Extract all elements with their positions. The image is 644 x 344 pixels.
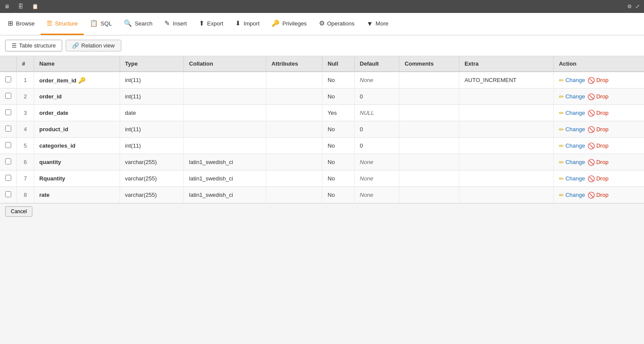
col-header-type: Type — [120, 56, 184, 72]
drop-button-2[interactable]: 🚫 Drop — [587, 110, 608, 117]
row-null: Yes — [322, 105, 355, 121]
more-icon: ▼ — [366, 20, 373, 27]
change-button-5[interactable]: ✏ Change — [559, 159, 585, 166]
table-structure-icon: ☰ — [12, 42, 17, 49]
row-checkbox-4[interactable] — [5, 142, 11, 148]
row-field-name: order_id — [34, 88, 120, 105]
drop-circle-icon: 🚫 — [587, 110, 595, 117]
nav-privileges-label: Privileges — [282, 20, 306, 27]
col-header-num: # — [17, 56, 34, 72]
drop-circle-icon: 🚫 — [587, 159, 595, 166]
row-collation: latin1_swedish_ci — [184, 170, 266, 187]
structure-icon: ☰ — [47, 19, 52, 27]
row-action: ✏ Change🚫 Drop — [553, 121, 644, 138]
row-default: 0 — [354, 88, 399, 105]
row-checkbox-0[interactable] — [5, 76, 11, 82]
nav-operations[interactable]: ⚙ Operations — [313, 13, 361, 35]
row-comments — [399, 154, 459, 170]
row-default: None — [354, 170, 399, 187]
row-attributes — [266, 154, 322, 170]
drop-button-7[interactable]: 🚫 Drop — [587, 192, 608, 199]
row-field-name: order_date — [34, 105, 120, 121]
row-type: varchar(255) — [120, 154, 184, 170]
row-extra — [459, 105, 554, 121]
pencil-icon: ✏ — [559, 159, 564, 166]
drop-button-5[interactable]: 🚫 Drop — [587, 159, 608, 166]
row-collation: latin1_swedish_ci — [184, 187, 266, 203]
row-collation — [184, 72, 266, 88]
nav-import[interactable]: ⬇ Import — [229, 13, 265, 35]
row-action: ✏ Change🚫 Drop — [553, 88, 644, 105]
change-button-4[interactable]: ✏ Change — [559, 142, 585, 149]
cancel-button[interactable]: Cancel — [5, 206, 32, 217]
row-null: No — [322, 138, 355, 154]
row-checkbox-7[interactable] — [5, 191, 11, 197]
nav-sql-label: SQL — [101, 20, 112, 27]
row-null: No — [322, 88, 355, 105]
expand-icon[interactable]: ⤢ — [635, 3, 640, 9]
change-button-1[interactable]: ✏ Change — [559, 93, 585, 100]
col-header-comments: Comments — [399, 56, 459, 72]
nav-structure[interactable]: ☰ Structure — [41, 13, 84, 35]
operations-icon: ⚙ — [319, 19, 325, 27]
drop-button-0[interactable]: 🚫 Drop — [587, 77, 608, 84]
row-action: ✏ Change🚫 Drop — [553, 170, 644, 187]
row-type: int(11) — [120, 72, 184, 88]
sub-tab-table-structure-label: Table structure — [19, 42, 56, 49]
row-num: 1 — [17, 72, 34, 88]
pencil-icon: ✏ — [559, 175, 564, 182]
row-num: 5 — [17, 138, 34, 154]
row-collation — [184, 121, 266, 138]
row-checkbox-5[interactable] — [5, 158, 11, 164]
change-button-7[interactable]: ✏ Change — [559, 192, 585, 199]
sub-tab-table-structure[interactable]: ☰ Table structure — [5, 40, 62, 51]
nav-more[interactable]: ▼ More — [360, 13, 394, 35]
table-icon: 📋 — [32, 3, 38, 9]
row-attributes — [266, 72, 322, 88]
drop-button-4[interactable]: 🚫 Drop — [587, 142, 608, 149]
insert-icon: ✎ — [164, 19, 170, 27]
change-button-2[interactable]: ✏ Change — [559, 110, 585, 117]
nav-search-label: Search — [135, 20, 152, 27]
col-header-checkbox — [0, 56, 17, 72]
structure-table-container: # Name Type Collation Attributes Null De… — [0, 56, 644, 203]
row-null: No — [322, 187, 355, 203]
row-collation — [184, 88, 266, 105]
nav-bar: ⊞ Browse ☰ Structure 📋 SQL 🔍 Search ✎ In… — [0, 13, 644, 35]
row-extra — [459, 154, 554, 170]
change-button-6[interactable]: ✏ Change — [559, 175, 585, 182]
nav-sql[interactable]: 📋 SQL — [84, 13, 118, 35]
settings-icon[interactable]: ⚙ — [627, 3, 632, 9]
nav-privileges[interactable]: 🔑 Privileges — [265, 13, 313, 35]
nav-export[interactable]: ⬆ Export — [193, 13, 230, 35]
pencil-icon: ✏ — [559, 192, 564, 199]
row-num: 3 — [17, 105, 34, 121]
change-button-3[interactable]: ✏ Change — [559, 126, 585, 133]
row-checkbox-3[interactable] — [5, 126, 11, 132]
col-header-collation: Collation — [184, 56, 266, 72]
table-row: 1order_item_id🔑int(11)NoNoneAUTO_INCREME… — [0, 72, 644, 88]
export-icon: ⬆ — [199, 19, 205, 27]
col-header-name: Name — [34, 56, 120, 72]
row-default: 0 — [354, 138, 399, 154]
row-null: No — [322, 121, 355, 138]
col-header-default: Default — [354, 56, 399, 72]
col-header-action: Action — [553, 56, 644, 72]
drop-button-1[interactable]: 🚫 Drop — [587, 93, 608, 100]
nav-browse[interactable]: ⊞ Browse — [2, 13, 41, 35]
drop-circle-icon: 🚫 — [587, 126, 595, 133]
nav-insert[interactable]: ✎ Insert — [158, 13, 193, 35]
row-num: 2 — [17, 88, 34, 105]
drop-button-6[interactable]: 🚫 Drop — [587, 175, 608, 182]
drop-button-3[interactable]: 🚫 Drop — [587, 126, 608, 133]
nav-insert-label: Insert — [173, 20, 187, 27]
nav-search[interactable]: 🔍 Search — [118, 13, 158, 35]
row-checkbox-2[interactable] — [5, 109, 11, 115]
sub-tab-relation-view[interactable]: 🔗 Relation view — [66, 40, 121, 51]
browse-icon: ⊞ — [8, 19, 13, 27]
change-button-0[interactable]: ✏ Change — [559, 77, 585, 84]
row-checkbox-6[interactable] — [5, 175, 11, 181]
row-default: None — [354, 154, 399, 170]
row-checkbox-1[interactable] — [5, 93, 11, 99]
pencil-icon: ✏ — [559, 77, 564, 84]
